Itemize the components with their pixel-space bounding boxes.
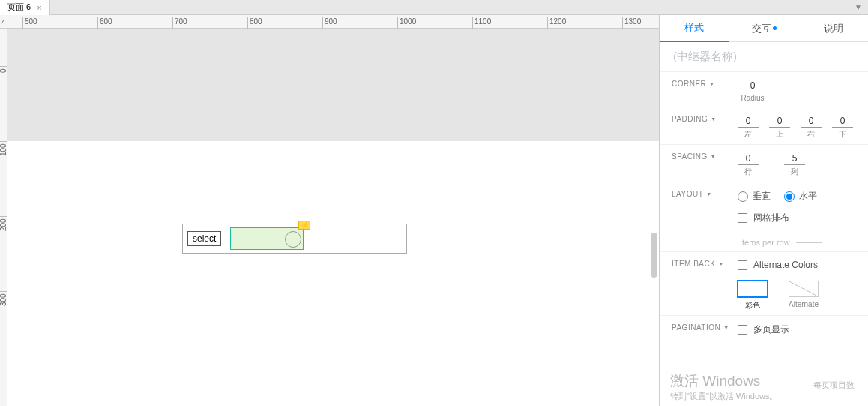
dot-icon [773,26,777,30]
chevron-down-icon[interactable]: ▼ [711,116,716,122]
canvas-page [7,141,659,406]
chevron-down-icon[interactable]: ▼ [718,261,723,266]
repeater-widget[interactable]: select ⚡ [182,224,407,254]
alternate-swatch[interactable]: Alternate [789,281,819,311]
tab-style[interactable]: 样式 [660,15,729,42]
tab-dropdown-icon[interactable]: ▼ [855,3,862,11]
corner-radius-input[interactable] [738,80,768,92]
chevron-down-icon[interactable]: ▼ [711,154,716,159]
chevron-down-icon[interactable]: ▼ [706,191,711,197]
scrollbar-thumb[interactable] [651,233,657,278]
layout-horizontal-radio[interactable]: 水平 [784,190,817,203]
tab-notes[interactable]: 说明 [798,15,868,42]
ruler-vertical: -1000100200300 [0,29,7,406]
panel-tabs: 样式 交互 说明 [660,15,868,42]
itemback-section: ITEM BACK▼ Alternate Colors 彩色 Alternate [660,251,868,315]
padding-top-input[interactable] [769,115,790,128]
padding-bottom-input[interactable] [832,115,853,128]
page-tab-label: 页面 6 [7,2,31,13]
pagination-section: PAGINATION▼ 多页显示 [660,315,868,341]
padding-left-input[interactable] [738,115,759,128]
spacing-section: SPACING▼ 行 列 [660,144,868,182]
alternate-colors-checkbox[interactable]: Alternate Colors [738,260,818,270]
padding-right-input[interactable] [801,115,822,128]
multipage-checkbox[interactable]: 多页显示 [738,323,789,336]
layout-section: LAYOUT▼ 垂直 水平 网格排布 Items per row [660,182,868,251]
spacing-col-input[interactable] [784,152,805,165]
color-swatch[interactable]: 彩色 [738,281,768,311]
tab-interactions[interactable]: 交互 [729,15,799,42]
chevron-down-icon[interactable]: ▼ [709,81,714,86]
chevron-down-icon[interactable]: ▼ [723,325,729,330]
interaction-badge-icon[interactable]: ⚡ [298,221,310,230]
inspector-panel: 样式 交互 说明 (中继器名称) CORNER▼ Radius PADDING▼… [659,15,868,406]
close-icon[interactable]: × [37,3,41,12]
items-per-row: Items per row [738,233,822,247]
select-button[interactable]: select [187,231,221,246]
layout-vertical-radio[interactable]: 垂直 [738,190,771,203]
canvas-area[interactable]: ʌ 5006007008009001000110012001300 -10001… [0,15,659,406]
corner-section: CORNER▼ Radius [660,71,868,107]
spacing-row-input[interactable] [738,152,759,165]
canvas-offpage [7,29,659,141]
ruler-horizontal: 5006007008009001000110012001300 [7,15,659,29]
widget-name-input[interactable]: (中继器名称) [660,42,868,71]
document-tab-bar: 页面 6 × ▼ [0,0,868,15]
items-per-page-label: 每页项目数 [813,380,855,391]
padding-section: PADDING▼ 左 上 右 下 [660,107,868,144]
page-tab[interactable]: 页面 6 × [0,0,50,15]
selected-shape[interactable]: ⚡ [230,227,304,250]
circle-shape[interactable] [285,231,301,248]
grid-checkbox[interactable]: 网格排布 [738,212,789,224]
